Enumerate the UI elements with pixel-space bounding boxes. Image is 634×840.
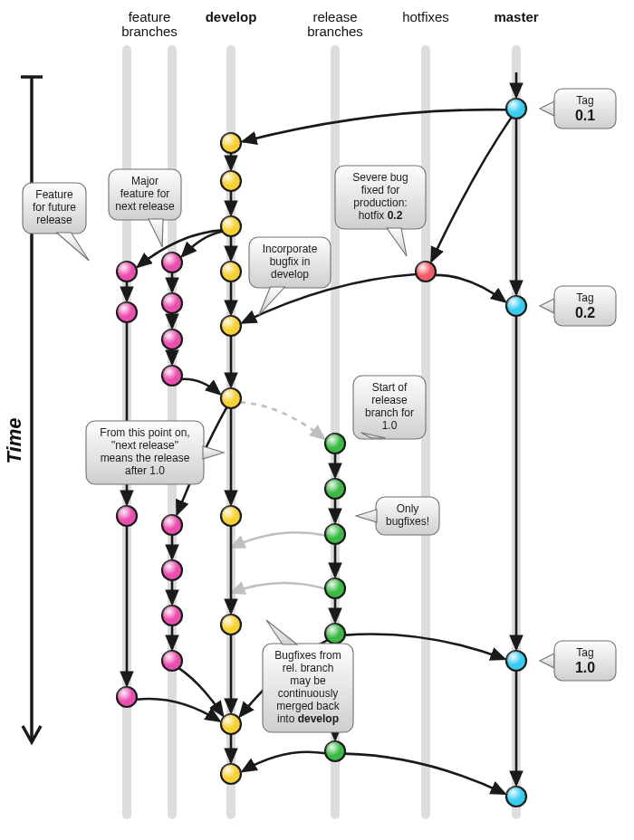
commit-node [416, 262, 436, 282]
svg-point-14 [221, 216, 241, 236]
commit-node [117, 262, 137, 282]
commit-node [325, 434, 345, 453]
arrow [243, 110, 506, 141]
svg-point-54 [162, 606, 182, 625]
commit-node [221, 506, 241, 526]
commit-node [325, 741, 345, 761]
commit-node [162, 560, 182, 580]
svg-point-44 [162, 293, 182, 313]
svg-point-6 [506, 787, 526, 807]
svg-point-22 [221, 506, 241, 526]
arrow [231, 583, 325, 593]
tag-text: Tag0.1 [575, 94, 595, 123]
callout-text: Bugfixes fromrel. branchmay becontinuous… [274, 649, 341, 725]
commit-node [221, 316, 241, 336]
lane-label-hotfix: hotfixes [402, 9, 449, 24]
commit-node [117, 687, 137, 707]
svg-point-0 [506, 99, 526, 119]
commit-node [162, 293, 182, 313]
commit-node [221, 171, 241, 191]
commit-node [325, 479, 345, 499]
lane-label-master: master [494, 9, 538, 24]
svg-point-10 [221, 133, 241, 153]
commit-node [506, 296, 526, 316]
svg-point-18 [221, 316, 241, 336]
callout-tail-icon [356, 510, 377, 522]
commit-node [162, 606, 182, 625]
arrow [137, 699, 220, 721]
tag-pointer-icon [540, 654, 554, 668]
gitflow-diagram: Timefeaturebranchesdevelopreleasebranche… [0, 0, 634, 840]
commit-node [325, 578, 345, 598]
commit-node [506, 787, 526, 807]
svg-point-40 [325, 741, 345, 761]
callout-tail-icon [203, 446, 224, 459]
svg-point-24 [221, 615, 241, 635]
callout-tail-icon [266, 620, 297, 644]
callout-tail-icon [149, 219, 163, 247]
arrow [181, 379, 220, 395]
commit-node [117, 302, 137, 322]
svg-point-30 [325, 434, 345, 453]
commit-node [221, 388, 241, 408]
lane-label-develop: develop [206, 9, 257, 24]
commit-node [162, 651, 182, 671]
callout-tail-icon [387, 228, 407, 256]
tag-pointer-icon [540, 299, 554, 313]
tag-pointer-icon [540, 101, 554, 116]
arrow [435, 275, 505, 301]
callout-text: Severe bugfixed forproduction:hotfix 0.2 [352, 171, 408, 222]
tag-text: Tag1.0 [575, 646, 595, 675]
svg-point-38 [325, 624, 345, 644]
commit-node [221, 764, 241, 784]
arrow [240, 402, 324, 438]
arrow [182, 232, 223, 256]
callout-text: Featurefor futurerelease [33, 188, 76, 226]
commit-node [162, 329, 182, 349]
commit-node [162, 515, 182, 535]
callout-tail-icon [259, 287, 285, 315]
svg-point-36 [325, 578, 345, 598]
svg-point-64 [117, 687, 137, 707]
svg-point-62 [117, 506, 137, 526]
lane-label-feat1: featurebranches [121, 9, 178, 39]
arrow [231, 532, 325, 548]
commit-node [221, 262, 241, 282]
svg-point-42 [162, 253, 182, 272]
svg-point-50 [162, 515, 182, 535]
commit-node [221, 216, 241, 236]
arrow [243, 752, 326, 771]
svg-point-48 [162, 366, 182, 386]
svg-point-4 [506, 651, 526, 671]
svg-point-28 [221, 764, 241, 784]
commit-node [325, 624, 345, 644]
svg-point-56 [162, 651, 182, 671]
commit-node [162, 253, 182, 272]
svg-point-58 [117, 262, 137, 282]
svg-point-60 [117, 302, 137, 322]
svg-point-12 [221, 171, 241, 191]
commit-node [506, 651, 526, 671]
commit-node [221, 714, 241, 734]
svg-point-26 [221, 714, 241, 734]
commit-node [221, 133, 241, 153]
tag-text: Tag0.2 [575, 291, 595, 320]
svg-point-20 [221, 388, 241, 408]
commit-node [506, 99, 526, 119]
commit-node [221, 615, 241, 635]
svg-point-16 [221, 262, 241, 282]
lane-label-release: releasebranches [307, 9, 363, 39]
time-axis-icon [21, 77, 43, 742]
svg-point-2 [506, 296, 526, 316]
commit-node [117, 506, 137, 526]
commit-node [162, 366, 182, 386]
svg-point-8 [416, 262, 436, 282]
svg-point-34 [325, 524, 345, 544]
arrow [178, 668, 223, 715]
arrow [431, 118, 511, 262]
time-axis-label: Time [3, 418, 25, 464]
commit-node [325, 524, 345, 544]
svg-point-46 [162, 329, 182, 349]
callout-tail-icon [57, 233, 90, 261]
svg-point-52 [162, 560, 182, 580]
